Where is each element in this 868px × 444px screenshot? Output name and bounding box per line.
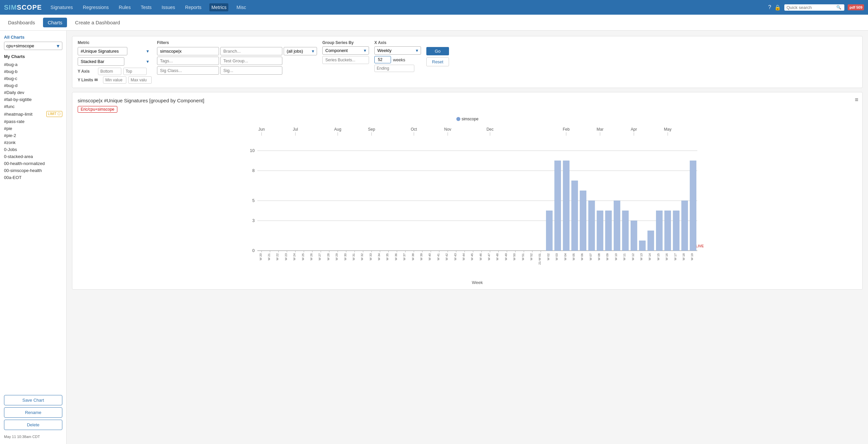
svg-text:Nov: Nov xyxy=(444,127,451,132)
svg-text:W 45: W 45 xyxy=(470,253,474,260)
filter-branch-input[interactable] xyxy=(220,47,282,55)
chart-search-select[interactable]: cpu+simscope ▼ xyxy=(4,42,62,50)
svg-text:LIVE: LIVE xyxy=(696,244,704,248)
sub-nav-dashboards[interactable]: Dashboards xyxy=(5,18,38,27)
search-input[interactable] xyxy=(786,5,836,10)
list-item[interactable]: #bug-d xyxy=(0,82,66,89)
my-charts-label: My Charts xyxy=(0,54,66,61)
svg-text:Jun: Jun xyxy=(258,127,265,132)
svg-text:Jul: Jul xyxy=(293,127,298,132)
nav-regressions[interactable]: Regressions xyxy=(81,3,111,11)
yaxis-bottom-input[interactable] xyxy=(98,68,121,75)
metric-select[interactable]: #Unique Signatures xyxy=(78,47,127,55)
chart-search-dropdown[interactable]: cpu+simscope xyxy=(4,42,62,50)
svg-rect-73 xyxy=(588,201,595,251)
nav-issues[interactable]: Issues xyxy=(160,3,177,11)
metric-select-wrapper: #Unique Signatures ▼ xyxy=(78,47,152,55)
limit-badge: LIMIT ⓘ xyxy=(46,111,62,117)
list-item[interactable]: #bug-b xyxy=(0,68,66,75)
chart-list: #bug-a #bug-b #bug-c #bug-d #Daily dev #… xyxy=(0,61,66,392)
svg-text:Sep: Sep xyxy=(368,127,375,132)
filter-testgroup-input[interactable] xyxy=(220,57,282,65)
svg-text:0: 0 xyxy=(252,248,255,253)
weeks-input[interactable] xyxy=(374,56,391,63)
list-item[interactable]: #zonk xyxy=(0,139,66,146)
ylimits-min-input[interactable] xyxy=(103,76,126,84)
pdf-badge: pdf 509 xyxy=(848,4,864,10)
filter-row-1: (all jobs) ▼ xyxy=(157,47,317,55)
sidebar-buttons: Save Chart Rename Delete xyxy=(0,392,66,433)
chart-type-select[interactable]: Stacked Bar xyxy=(78,57,124,66)
nav-signatures[interactable]: Signatures xyxy=(49,3,75,11)
list-item[interactable]: 00-health-normalized xyxy=(0,160,66,167)
list-item-heatmap-limit[interactable]: #heatmap-limit LIMIT ⓘ xyxy=(0,110,66,118)
list-item[interactable]: #pass-rate xyxy=(0,118,66,125)
filter-main-input[interactable] xyxy=(157,47,219,55)
yaxis-top-input[interactable] xyxy=(123,68,147,75)
list-item[interactable]: #Daily dev xyxy=(0,89,66,96)
ending-input[interactable] xyxy=(374,65,414,72)
filter-sig-input[interactable] xyxy=(220,66,282,75)
svg-text:W 50: W 50 xyxy=(513,253,516,260)
top-nav: SIMSCOPE Signatures Regressions Rules Te… xyxy=(0,0,868,15)
chart-tag[interactable]: Eric/cpu+simscope xyxy=(78,106,117,113)
svg-text:W 16: W 16 xyxy=(665,253,668,260)
svg-text:W 42: W 42 xyxy=(445,253,448,260)
series-buckets-input[interactable] xyxy=(322,56,369,64)
filter-row-2 xyxy=(157,57,317,65)
nav-right: ? 🔒 🔍 pdf 509 xyxy=(768,4,864,11)
svg-text:W 49: W 49 xyxy=(504,253,508,260)
nav-misc[interactable]: Misc xyxy=(234,3,248,11)
svg-rect-83 xyxy=(673,211,679,251)
lock-icon[interactable]: 🔒 xyxy=(774,4,781,11)
sub-nav-charts[interactable]: Charts xyxy=(43,18,67,27)
list-item[interactable]: #fail-by-sigtitle xyxy=(0,96,66,103)
filter-sigclass-input[interactable] xyxy=(157,66,219,75)
chart-title: simscope|x #Unique Signatures [grouped b… xyxy=(78,98,857,103)
reset-button[interactable]: Reset xyxy=(426,57,449,66)
group-series-select[interactable]: Component xyxy=(322,46,369,55)
svg-text:Apr: Apr xyxy=(631,127,637,132)
list-item[interactable]: #bug-c xyxy=(0,75,66,82)
sub-nav-create-dashboard[interactable]: Create a Dashboard xyxy=(72,18,123,27)
list-item[interactable]: #pie xyxy=(0,125,66,132)
svg-rect-72 xyxy=(580,191,586,251)
svg-text:Mar: Mar xyxy=(597,127,604,132)
svg-text:Week: Week xyxy=(472,280,483,284)
svg-rect-71 xyxy=(571,181,578,251)
nav-metrics[interactable]: Metrics xyxy=(209,3,228,11)
svg-text:W 29: W 29 xyxy=(335,253,338,260)
chart-legend: simscope xyxy=(78,117,857,121)
list-item[interactable]: #bug-a xyxy=(0,61,66,68)
nav-reports[interactable]: Reports xyxy=(183,3,203,11)
svg-text:W 35: W 35 xyxy=(386,253,389,260)
save-chart-button[interactable]: Save Chart xyxy=(4,395,62,405)
go-button[interactable]: Go xyxy=(426,47,449,55)
help-icon[interactable]: ? xyxy=(768,4,771,10)
list-item[interactable]: #pie-2 xyxy=(0,132,66,139)
legend-label: simscope xyxy=(462,117,479,121)
list-item[interactable]: 00-simscope-health xyxy=(0,167,66,174)
svg-text:W 43: W 43 xyxy=(454,253,457,260)
list-item[interactable]: 0-Jobs xyxy=(0,146,66,153)
group-series-select-wrapper: Component ▼ xyxy=(322,46,369,55)
filter-jobs-select[interactable]: (all jobs) xyxy=(284,47,317,55)
list-item[interactable]: 0-stacked-area xyxy=(0,153,66,160)
svg-text:Feb: Feb xyxy=(563,127,570,132)
xaxis-select[interactable]: Weekly xyxy=(374,46,421,55)
svg-rect-77 xyxy=(622,211,629,251)
list-item[interactable]: 00a-EOT xyxy=(0,174,66,181)
nav-rules[interactable]: Rules xyxy=(117,3,133,11)
filter-tags-input[interactable] xyxy=(157,57,219,65)
chart-menu-icon[interactable]: ≡ xyxy=(855,96,858,103)
sidebar-timestamp: May 11 10:38am CDT xyxy=(0,433,66,440)
nav-tests[interactable]: Tests xyxy=(139,3,154,11)
svg-text:W 39: W 39 xyxy=(420,253,423,260)
svg-text:W 33: W 33 xyxy=(369,253,372,260)
list-item[interactable]: #func xyxy=(0,103,66,110)
rename-button[interactable]: Rename xyxy=(4,407,62,418)
action-buttons: Go Reset xyxy=(426,40,449,66)
svg-text:21-W 01: 21-W 01 xyxy=(538,253,541,265)
ylimits-max-input[interactable] xyxy=(128,76,152,84)
delete-button[interactable]: Delete xyxy=(4,420,62,430)
